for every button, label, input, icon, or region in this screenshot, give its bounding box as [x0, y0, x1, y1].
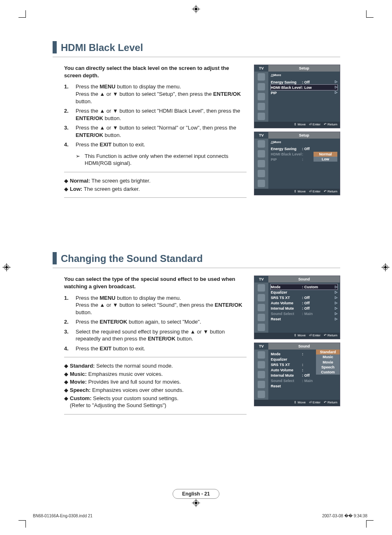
note-text: This Function is active only when the ex…: [85, 153, 247, 167]
osd-sound-panel-2: TVSoundMode:EqualizerSRS TS XT:Auto Volu…: [254, 343, 340, 406]
note-glyph-icon: ➢: [76, 153, 85, 167]
file-meta-right: 2007-03-08 �� 9:34:38: [322, 513, 367, 519]
crop-mark: [366, 520, 374, 528]
registration-mark-icon: [2, 263, 11, 271]
bullet-block: ◆Standard: Selects the normal sound mode…: [64, 362, 247, 409]
osd-sound-panel-1: TVSoundMode: Custom▷Equalizer▷SRS TS XT:…: [254, 276, 340, 339]
page-number: English - 21: [0, 489, 392, 499]
osd-setup-panel-1: TVSetup△MoreEnergy Saving: Off▷HDMI Blac…: [254, 65, 340, 128]
bullet-block: ◆Normal: The screen gets brighter.◆Low: …: [64, 177, 247, 192]
divider: [64, 172, 247, 172]
section-accent-bar: [53, 252, 57, 264]
osd-setup-panel-2: TVSetup△MoreEnergy Saving: OffHDMI Black…: [254, 132, 340, 195]
crop-mark: [18, 520, 26, 528]
file-meta-left: BN68-01166A-Eng-0308.indd 21: [33, 513, 92, 519]
registration-mark-icon: [192, 5, 200, 13]
registration-mark-icon: [381, 263, 390, 271]
divider: [64, 414, 247, 415]
crop-mark: [366, 10, 374, 18]
registration-mark-icon: [192, 499, 200, 507]
section-title: Changing the Sound Standard: [61, 252, 203, 265]
section-title: HDMI Black Level: [61, 41, 143, 54]
intro-text: You can directly select the black level …: [64, 65, 247, 79]
divider: [64, 197, 247, 198]
crop-mark: [18, 10, 26, 18]
section-accent-bar: [53, 41, 57, 53]
steps-list: 1.Press the MENU button to display the m…: [64, 294, 247, 352]
divider: [64, 357, 247, 357]
intro-text: You can select the type of the special s…: [64, 276, 247, 290]
steps-list: 1.Press the MENU button to display the m…: [64, 83, 247, 148]
